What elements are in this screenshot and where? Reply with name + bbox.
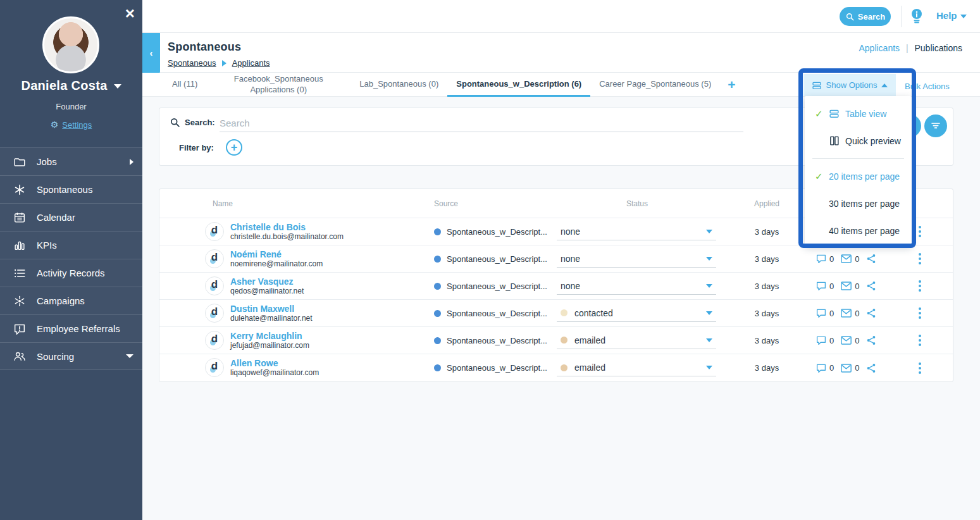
- sidebar-item-kpis[interactable]: KPIs: [0, 231, 142, 259]
- candidate-name-link[interactable]: Allen Rowe: [230, 358, 319, 368]
- tab-lab-spontaneous[interactable]: Lab_Spontaneous (0): [350, 73, 447, 96]
- candidate-name-link[interactable]: Asher Vasquez: [230, 276, 304, 287]
- settings-link[interactable]: Settings: [62, 120, 92, 130]
- comment-count: 0: [829, 309, 834, 318]
- sidebar-item-employee-referrals[interactable]: Employee Referrals: [0, 314, 142, 342]
- check-icon: ✓: [815, 171, 829, 182]
- sidebar-item-calendar[interactable]: Calendar: [0, 203, 142, 231]
- comment-icon[interactable]: [816, 254, 826, 264]
- status-select[interactable]: none: [557, 278, 716, 295]
- search-icon: [845, 12, 855, 22]
- search-input[interactable]: [220, 115, 743, 132]
- candidate-logo: d: [205, 358, 224, 377]
- status-select[interactable]: none: [557, 251, 716, 268]
- table-row: d Kerry Mclaughlinjefujad@mailinator.com…: [159, 327, 953, 354]
- tab-facebook-spontaneous[interactable]: Facebook_Spontaneous Applications (0): [206, 73, 350, 96]
- add-filter-button[interactable]: +: [226, 139, 242, 156]
- tab-spontaneous-w-description[interactable]: Spontaneous_w_Description (6): [447, 73, 590, 96]
- help-menu[interactable]: Help: [936, 10, 967, 21]
- row-menu-button[interactable]: [887, 280, 953, 292]
- source-dot: [434, 310, 441, 317]
- nav-applicants-link[interactable]: Applicants: [859, 43, 900, 53]
- page-header: ‹ Spontaneous Spontaneous Applicants App…: [142, 33, 980, 73]
- nav-publications-link[interactable]: Publications: [915, 43, 963, 53]
- mail-count: 0: [855, 309, 859, 318]
- close-icon[interactable]: ×: [125, 5, 135, 22]
- lightbulb-info-icon[interactable]: [910, 8, 924, 25]
- sidebar-item-spontaneous[interactable]: Spontaneous: [0, 175, 142, 203]
- comment-count: 0: [829, 336, 834, 345]
- share-icon[interactable]: [866, 335, 876, 345]
- global-search-button[interactable]: Search: [840, 7, 891, 26]
- row-menu-button[interactable]: [887, 307, 953, 319]
- candidate-name-link[interactable]: Christelle du Bois: [230, 222, 344, 232]
- gear-icon: ⚙: [51, 120, 59, 130]
- share-icon[interactable]: [866, 308, 876, 318]
- candidate-email: liqaqowef@mailinator.com: [230, 368, 319, 377]
- sidebar-item-activity-records[interactable]: Activity Records: [0, 259, 142, 287]
- breadcrumb-applicants[interactable]: Applicants: [232, 58, 270, 68]
- show-options-button[interactable]: Show Options: [803, 74, 896, 96]
- asterisk-icon: [13, 183, 27, 197]
- applied-value: 3 days: [723, 309, 811, 318]
- row-menu-button[interactable]: [887, 253, 953, 264]
- source-dot: [434, 283, 441, 290]
- status-select[interactable]: contacted: [557, 305, 716, 322]
- candidate-name-link[interactable]: Noémi René: [230, 249, 323, 259]
- comment-icon[interactable]: [816, 308, 826, 318]
- user-role: Founder: [0, 102, 142, 111]
- status-select[interactable]: emailed: [557, 332, 716, 349]
- share-icon[interactable]: [866, 281, 876, 291]
- menu-item-table-view[interactable]: ✓ Table view: [805, 100, 912, 127]
- sidebar-item-sourcing[interactable]: Sourcing: [0, 342, 142, 370]
- status-select[interactable]: emailed: [557, 359, 716, 376]
- filter-row: Filter by: +: [179, 139, 242, 156]
- breadcrumb-spontaneous[interactable]: Spontaneous: [168, 58, 216, 68]
- filter-funnel-button[interactable]: [924, 115, 947, 137]
- candidate-logo: d: [205, 304, 224, 323]
- comment-icon[interactable]: [816, 281, 826, 291]
- chevron-up-icon: [881, 84, 888, 87]
- mail-icon[interactable]: [841, 336, 852, 345]
- menu-item-40-per-page[interactable]: 40 items per page: [805, 217, 912, 244]
- comment-count: 0: [829, 282, 834, 291]
- mail-icon[interactable]: [841, 309, 852, 318]
- sidebar-item-campaigns[interactable]: Campaigns: [0, 287, 142, 314]
- source-dot: [434, 364, 441, 371]
- user-name[interactable]: Daniela Costa: [0, 78, 142, 93]
- candidate-name-link[interactable]: Dustin Maxwell: [230, 304, 313, 314]
- applied-value: 3 days: [723, 254, 811, 264]
- candidate-email: christelle.du.bois@mailinator.com: [230, 232, 344, 241]
- comment-icon[interactable]: [816, 335, 826, 345]
- menu-item-20-per-page[interactable]: ✓ 20 items per page: [805, 163, 912, 190]
- candidate-logo: d: [205, 331, 224, 350]
- mail-count: 0: [855, 254, 859, 264]
- comment-count: 0: [829, 254, 834, 264]
- menu-item-quick-preview[interactable]: Quick preview: [805, 127, 912, 154]
- share-icon[interactable]: [866, 363, 876, 373]
- comment-icon[interactable]: [816, 363, 826, 373]
- status-select[interactable]: none: [557, 223, 716, 240]
- row-menu-button[interactable]: [887, 335, 953, 346]
- share-icon[interactable]: [866, 254, 876, 264]
- add-tab-button[interactable]: +: [720, 73, 743, 96]
- menu-item-30-per-page[interactable]: 30 items per page: [805, 190, 912, 217]
- show-options-menu: ✓ Table view Quick preview ✓ 20 items pe…: [805, 96, 912, 247]
- list-icon: [13, 266, 27, 280]
- bulk-actions-button[interactable]: Bulk Actions: [905, 82, 950, 91]
- sidebar: × Daniela Costa Founder ⚙Settings Jobs S…: [0, 0, 142, 520]
- collapse-sidebar-button[interactable]: ‹: [142, 32, 160, 73]
- mail-icon[interactable]: [841, 254, 852, 263]
- mail-icon[interactable]: [841, 364, 852, 373]
- candidate-logo: d: [205, 249, 224, 268]
- sidebar-item-jobs[interactable]: Jobs: [0, 147, 142, 175]
- table-view-icon: [829, 108, 845, 119]
- tab-career-page-spontaneous[interactable]: Career Page_Spontaneous (5): [590, 73, 720, 96]
- calendar-icon: [13, 211, 27, 225]
- menu-divider: [812, 158, 904, 159]
- mail-icon[interactable]: [841, 282, 852, 290]
- tab-all[interactable]: All (11): [163, 73, 206, 96]
- candidate-name-link[interactable]: Kerry Mclaughlin: [230, 331, 309, 341]
- source-label: Spontaneous_w_Descript...: [447, 309, 547, 318]
- row-menu-button[interactable]: [887, 362, 953, 374]
